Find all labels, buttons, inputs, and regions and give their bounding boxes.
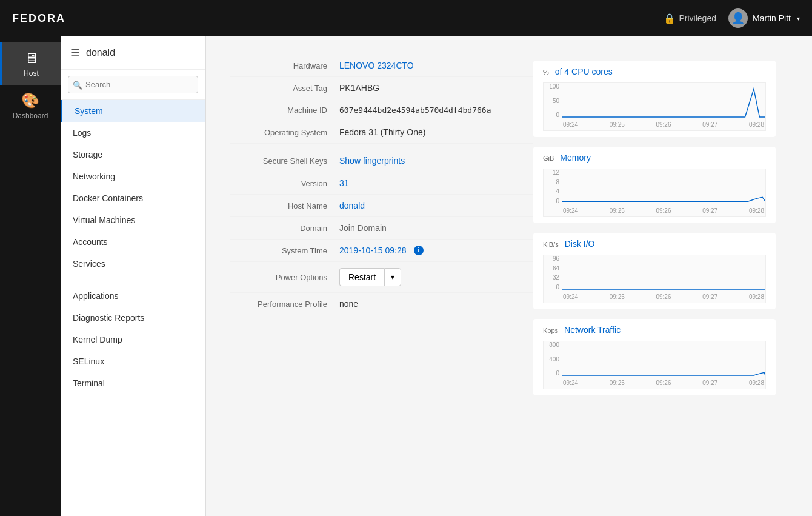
chart-card-network: Kbps Network Traffic 800 400 0 — [533, 319, 776, 395]
sidebar-item-dashboard[interactable]: 🎨 Dashboard — [0, 85, 61, 127]
host-icon: 🖥 — [24, 50, 39, 67]
cpu-chart-svg — [562, 83, 765, 118]
user-name: Martin Pitt — [753, 13, 791, 23]
search-input[interactable] — [68, 76, 198, 93]
navbar: FEDORA 🔒 Privileged 👤 Martin Pitt ▾ — [0, 0, 812, 36]
nav-item-vms[interactable]: Virtual Machines — [61, 209, 205, 231]
network-title: Network Traffic — [564, 325, 621, 335]
info-row-hostname: Host Name donald — [230, 195, 533, 217]
disk-title: Disk I/O — [565, 239, 595, 249]
info-row-ssh: Secure Shell Keys Show fingerprints — [230, 150, 533, 172]
memory-chart-svg — [562, 169, 765, 204]
nav-item-diagnostic[interactable]: Diagnostic Reports — [61, 307, 205, 329]
hardware-value[interactable]: LENOVO 2324CTO — [339, 61, 414, 70]
host-label: Host — [24, 69, 39, 78]
ssh-label: Secure Shell Keys — [230, 156, 339, 166]
memory-xaxis: 09:24 09:25 09:26 09:27 09:28 — [562, 204, 765, 216]
cpu-title: of 4 CPU cores — [555, 67, 613, 76]
info-row-machine-id: Machine ID 607e9444bd2e4594ab570d4df4bd7… — [230, 99, 533, 121]
sidebar: ☰ donald 🔍 System Logs Storage Networkin… — [61, 36, 206, 516]
nav-item-services[interactable]: Services — [61, 253, 205, 275]
info-row-asset-tag: Asset Tag PK1AHBG — [230, 77, 533, 99]
machine-id-value: 607e9444bd2e4594ab570d4df4bd766a — [339, 106, 491, 115]
version-value[interactable]: 31 — [339, 178, 349, 188]
domain-value: Join Domain — [339, 223, 387, 233]
chart-header-network: Kbps Network Traffic — [543, 325, 766, 337]
perf-profile-value: none — [339, 299, 358, 309]
info-row-os: Operating System Fedora 31 (Thirty One) — [230, 121, 533, 144]
info-row-perf: Performance Profile none — [230, 293, 533, 315]
network-chart-inner — [562, 341, 765, 377]
memory-chart-area: 12 8 4 0 09:24 09:25 — [543, 169, 766, 217]
hardware-label: Hardware — [230, 61, 339, 70]
nav-item-accounts[interactable]: Accounts — [61, 231, 205, 253]
network-xaxis: 09:24 09:25 09:26 09:27 09:28 — [562, 377, 765, 389]
hostname-label: Host Name — [230, 201, 339, 210]
disk-chart-area: 96 64 32 0 09:24 09:25 — [543, 255, 766, 303]
nav-item-docker[interactable]: Docker Containers — [61, 187, 205, 209]
nav-item-kernel[interactable]: Kernel Dump — [61, 329, 205, 350]
disk-xaxis: 09:24 09:25 09:26 09:27 09:28 — [562, 290, 765, 303]
sidebar-hostname: donald — [86, 47, 115, 58]
cpu-xaxis: 09:24 09:25 09:26 09:27 09:28 — [562, 118, 765, 130]
machine-id-label: Machine ID — [230, 106, 339, 115]
network-chart-area: 800 400 0 09:24 09:25 09:26 — [543, 341, 766, 389]
content-and-charts: Hardware LENOVO 2324CTO Asset Tag PK1AHB… — [230, 55, 788, 411]
sidebar-item-host[interactable]: 🖥 Host — [0, 42, 61, 85]
info-row-hardware: Hardware LENOVO 2324CTO — [230, 55, 533, 77]
nav-item-terminal[interactable]: Terminal — [61, 372, 205, 394]
cpu-unit: % — [543, 69, 549, 76]
chart-card-memory: GiB Memory 12 8 4 0 — [533, 147, 776, 223]
system-time-value[interactable]: 2019-10-15 09:28 — [339, 246, 407, 255]
network-chart-svg — [562, 341, 765, 377]
disk-chart-inner — [562, 255, 765, 290]
restart-button[interactable]: Restart — [339, 268, 384, 286]
power-options-group: Restart ▾ — [339, 268, 401, 286]
main-content: Hardware LENOVO 2324CTO Asset Tag PK1AHB… — [206, 36, 812, 516]
system-time-label: System Time — [230, 246, 339, 255]
avatar: 👤 — [728, 8, 748, 28]
nav-item-logs[interactable]: Logs — [61, 122, 205, 144]
privileged-badge[interactable]: 🔒 Privileged — [664, 13, 716, 24]
charts-panel: % of 4 CPU cores 100 50 0 — [533, 55, 788, 411]
info-row-domain: Domain Join Domain — [230, 217, 533, 240]
chart-card-cpu: % of 4 CPU cores 100 50 0 — [533, 61, 776, 137]
memory-unit: GiB — [543, 155, 554, 162]
search-wrapper: 🔍 — [68, 76, 198, 93]
power-dropdown-button[interactable]: ▾ — [384, 268, 401, 286]
system-info-panel: Hardware LENOVO 2324CTO Asset Tag PK1AHB… — [230, 55, 533, 411]
asset-tag-value: PK1AHBG — [339, 83, 379, 93]
perf-profile-label: Performance Profile — [230, 300, 339, 309]
cpu-chart-inner — [562, 83, 765, 118]
ssh-value[interactable]: Show fingerprints — [339, 156, 405, 166]
hostname-value[interactable]: donald — [339, 201, 365, 210]
network-unit: Kbps — [543, 327, 558, 334]
memory-yaxis: 12 8 4 0 — [544, 169, 562, 204]
memory-title: Memory — [560, 153, 591, 163]
cpu-chart-area: 100 50 0 09:24 09:25 09:26 — [543, 82, 766, 131]
nav-item-applications[interactable]: Applications — [61, 285, 205, 307]
privileged-label: Privileged — [679, 13, 716, 23]
sidebar-header: ☰ donald — [61, 36, 205, 70]
info-row-power: Power Options Restart ▾ — [230, 262, 533, 293]
nav-item-networking[interactable]: Networking — [61, 166, 205, 187]
info-row-version: Version 31 — [230, 172, 533, 195]
memory-chart-inner — [562, 169, 765, 204]
dashboard-icon: 🎨 — [21, 92, 39, 109]
disk-yaxis: 96 64 32 0 — [544, 255, 562, 290]
os-label: Operating System — [230, 128, 339, 137]
nav-item-storage[interactable]: Storage — [61, 144, 205, 166]
os-value: Fedora 31 (Thirty One) — [339, 127, 425, 137]
app-brand: FEDORA — [12, 12, 65, 25]
power-options-label: Power Options — [230, 273, 339, 282]
nav-item-system[interactable]: System — [61, 100, 205, 122]
icon-nav: 🖥 Host 🎨 Dashboard — [0, 36, 61, 516]
nav-item-selinux[interactable]: SELinux — [61, 350, 205, 372]
info-row-system-time: System Time 2019-10-15 09:28 i — [230, 240, 533, 262]
version-label: Version — [230, 179, 339, 188]
info-icon[interactable]: i — [414, 246, 424, 255]
chart-header-memory: GiB Memory — [543, 153, 766, 165]
chart-card-disk: KiB/s Disk I/O 96 64 32 0 — [533, 233, 776, 309]
cpu-yaxis: 100 50 0 — [544, 83, 562, 118]
user-menu[interactable]: 👤 Martin Pitt ▾ — [728, 8, 800, 28]
